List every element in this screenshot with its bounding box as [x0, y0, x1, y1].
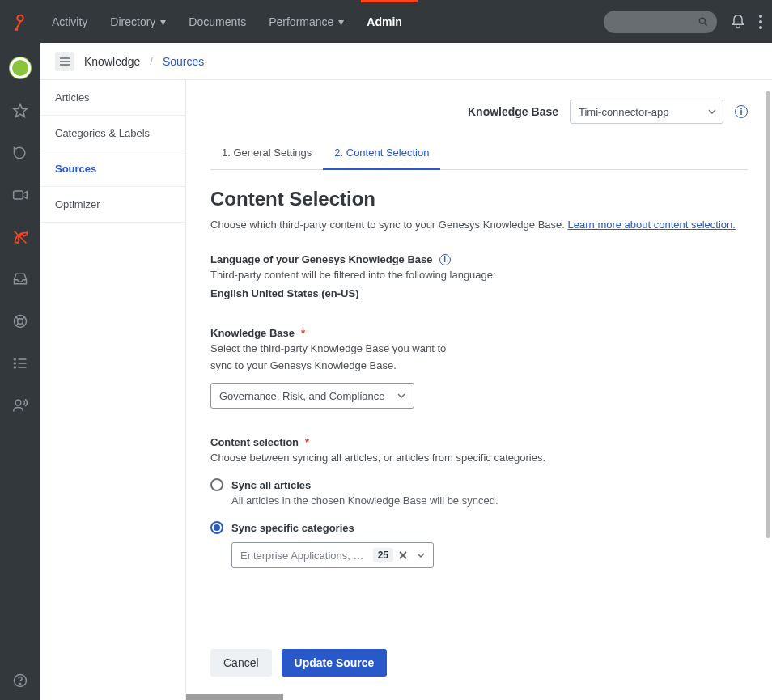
svg-point-2 [699, 18, 705, 23]
side-menu: Articles Categories & Labels Sources Opt… [40, 80, 186, 700]
star-icon[interactable] [11, 101, 30, 121]
nav-documents[interactable]: Documents [177, 15, 257, 28]
body: Articles Categories & Labels Sources Opt… [40, 80, 772, 700]
nav-items: Activity Directory▾ Documents Performanc… [40, 15, 414, 28]
vertical-scrollbar[interactable] [766, 91, 770, 538]
breadcrumb-separator: / [150, 55, 153, 67]
chevron-down-icon [397, 393, 405, 398]
topbar-right [604, 11, 762, 33]
accent-bar [361, 0, 418, 2]
more-menu-icon[interactable] [759, 15, 762, 29]
nav-label: Directory [110, 15, 155, 28]
breadcrumb-current[interactable]: Sources [163, 55, 204, 68]
svg-point-11 [18, 319, 23, 325]
svg-point-0 [17, 15, 23, 20]
svg-rect-8 [14, 191, 23, 199]
hamburger-icon[interactable] [55, 52, 74, 71]
tab-content-selection[interactable]: 2. Content Selection [323, 138, 440, 170]
avatar[interactable] [10, 57, 31, 78]
breadcrumb-row: Knowledge / Sources [40, 43, 772, 80]
cs-label: Content selection* [210, 436, 748, 448]
multi-text: Enterprise Applications, Enterpris… [240, 549, 370, 562]
radio-all-desc: All articles in the chosen Knowledge Bas… [231, 494, 748, 507]
kb-label: Knowledge Base* [210, 327, 748, 339]
horizontal-scrollbar[interactable] [186, 694, 283, 700]
tab-general-settings[interactable]: 1. General Settings [210, 138, 323, 169]
genesys-logo[interactable] [0, 13, 40, 31]
page-title: Content Selection [210, 188, 748, 210]
language-value: English United States (en-US) [210, 287, 748, 299]
clear-icon[interactable] [398, 550, 408, 560]
left-rail [0, 43, 40, 700]
svg-marker-7 [14, 104, 28, 117]
cs-label-text: Content selection [210, 436, 299, 448]
kb-selector-row: Knowledge Base Timi-connector-app i [210, 100, 748, 124]
learn-more-link[interactable]: Learn more about content selection. [568, 218, 736, 231]
sidemenu-optimizer[interactable]: Optimizer [40, 187, 185, 223]
kb-selector-dropdown[interactable]: Timi-connector-app [570, 100, 723, 124]
svg-line-3 [705, 23, 707, 25]
nav-label: Performance [269, 15, 333, 28]
kb-help-1: Select the third-party Knowledge Base yo… [210, 342, 748, 354]
nav-label: Admin [367, 15, 402, 28]
lifebuoy-icon[interactable] [11, 312, 30, 331]
svg-point-20 [15, 367, 16, 368]
required-asterisk: * [305, 436, 309, 448]
info-icon[interactable]: i [735, 105, 748, 118]
language-label-text: Language of your Genesys Knowledge Base [210, 253, 433, 265]
multi-count-badge: 25 [373, 548, 393, 562]
user-voice-icon[interactable] [11, 396, 30, 415]
kb-selector-label: Knowledge Base [468, 105, 558, 118]
inbox-icon[interactable] [11, 269, 30, 289]
nav-activity[interactable]: Activity [40, 15, 99, 28]
search-input[interactable] [604, 11, 717, 33]
list-icon[interactable] [11, 354, 30, 373]
required-asterisk: * [301, 327, 305, 339]
radio-icon [210, 521, 223, 534]
tabs: 1. General Settings 2. Content Selection [210, 138, 748, 170]
svg-point-22 [15, 400, 21, 405]
intro-text: Choose which third-party content to sync… [210, 218, 748, 231]
info-icon[interactable]: i [439, 254, 451, 265]
language-help: Third-party content will be filtered int… [210, 269, 748, 281]
nav-label: Documents [189, 15, 246, 28]
chevron-down-icon [413, 553, 428, 558]
notifications-icon[interactable] [730, 14, 746, 30]
radio-sync-all[interactable]: Sync all articles [210, 478, 748, 491]
kb-help-2: sync to your Genesys Knowledge Base. [210, 359, 748, 371]
video-icon[interactable] [11, 185, 30, 205]
intro-span: Choose which third-party content to sync… [210, 218, 568, 231]
kb-block: Knowledge Base* Select the third-party K… [210, 327, 748, 409]
nav-directory[interactable]: Directory▾ [99, 15, 177, 28]
svg-point-16 [15, 358, 16, 360]
sidemenu-sources[interactable]: Sources [40, 151, 185, 187]
third-party-kb-select[interactable]: Governance, Risk, and Compliance [210, 383, 414, 409]
help-icon[interactable] [12, 672, 28, 689]
breadcrumb-parent[interactable]: Knowledge [84, 55, 140, 68]
radio-cat-label: Sync specific categories [231, 522, 354, 534]
content-selection-block: Content selection* Choose between syncin… [210, 436, 748, 568]
cancel-button[interactable]: Cancel [210, 649, 272, 677]
nav-performance[interactable]: Performance▾ [257, 15, 355, 28]
radio-icon [210, 478, 223, 491]
kb-select-value: Governance, Risk, and Compliance [219, 390, 385, 402]
kb-label-text: Knowledge Base [210, 327, 295, 339]
phone-off-icon[interactable] [11, 227, 30, 247]
action-row: Cancel Update Source [210, 649, 748, 677]
language-label: Language of your Genesys Knowledge Base … [210, 253, 748, 265]
svg-point-6 [759, 26, 762, 29]
nav-admin[interactable]: Admin [355, 15, 414, 28]
page-content: Knowledge Base Timi-connector-app i 1. G… [186, 80, 772, 700]
top-navbar: Activity Directory▾ Documents Performanc… [0, 0, 772, 43]
search-icon [698, 16, 709, 28]
svg-point-4 [759, 15, 762, 18]
cs-help: Choose between syncing all articles, or … [210, 452, 748, 464]
radio-sync-categories[interactable]: Sync specific categories [210, 521, 748, 534]
categories-multiselect[interactable]: Enterprise Applications, Enterpris… 25 [231, 542, 434, 568]
chat-icon[interactable] [11, 143, 30, 163]
update-source-button[interactable]: Update Source [282, 649, 388, 677]
language-block: Language of your Genesys Knowledge Base … [210, 253, 748, 299]
svg-point-1 [16, 28, 18, 30]
sidemenu-categories-labels[interactable]: Categories & Labels [40, 116, 185, 151]
sidemenu-articles[interactable]: Articles [40, 80, 185, 116]
